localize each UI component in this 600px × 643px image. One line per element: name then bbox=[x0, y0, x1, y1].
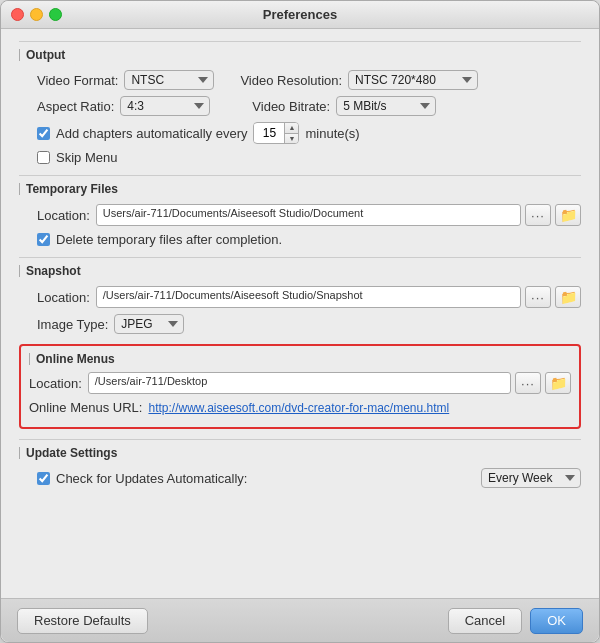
online-menus-folder-button[interactable]: 📁 bbox=[545, 372, 571, 394]
video-format-row: Video Format: NTSC PAL Video Resolution:… bbox=[19, 70, 581, 90]
skip-menu-checkbox[interactable] bbox=[37, 151, 50, 164]
ok-button[interactable]: OK bbox=[530, 608, 583, 634]
snapshot-location-label: Location: bbox=[37, 290, 90, 305]
skip-menu-row: Skip Menu bbox=[19, 150, 581, 165]
temp-location-row: Location: Users/air-711/Documents/Aisees… bbox=[19, 204, 581, 226]
temporary-files-section: Temporary Files Location: Users/air-711/… bbox=[19, 175, 581, 247]
output-section: Output Video Format: NTSC PAL Video Reso… bbox=[19, 41, 581, 165]
check-updates-checkbox[interactable] bbox=[37, 472, 50, 485]
video-resolution-label: Video Resolution: bbox=[240, 73, 342, 88]
video-format-label: Video Format: bbox=[37, 73, 118, 88]
online-menus-url-link[interactable]: http://www.aiseesoft.com/dvd-creator-for… bbox=[148, 401, 449, 415]
temp-dots-button[interactable]: ··· bbox=[525, 204, 551, 226]
online-menus-url-label: Online Menus URL: bbox=[29, 400, 142, 415]
update-frequency-select[interactable]: Every Week Every Day Every Month bbox=[481, 468, 581, 488]
window-title: Preferences bbox=[263, 7, 337, 22]
title-bar: Preferences bbox=[1, 1, 599, 29]
auto-chapters-label: Add chapters automatically every bbox=[56, 126, 247, 141]
update-divider bbox=[19, 439, 581, 440]
delete-temp-row: Delete temporary files after completion. bbox=[19, 232, 581, 247]
preferences-window: Preferences Output Video Format: NTSC PA… bbox=[0, 0, 600, 643]
update-settings-section: Update Settings Check for Updates Automa… bbox=[19, 439, 581, 488]
chapters-down-button[interactable]: ▼ bbox=[285, 134, 298, 145]
temp-location-input[interactable]: Users/air-711/Documents/Aiseesoft Studio… bbox=[96, 204, 521, 226]
chapters-value-input[interactable]: 15 bbox=[254, 124, 284, 142]
video-bitrate-label: Video Bitrate: bbox=[252, 99, 330, 114]
chapters-up-button[interactable]: ▲ bbox=[285, 122, 298, 134]
footer-right: Cancel OK bbox=[448, 608, 583, 634]
image-type-label: Image Type: bbox=[37, 317, 108, 332]
skip-menu-label: Skip Menu bbox=[56, 150, 117, 165]
preferences-content: Output Video Format: NTSC PAL Video Reso… bbox=[1, 29, 599, 598]
minimize-button[interactable] bbox=[30, 8, 43, 21]
snapshot-location-input[interactable]: /Users/air-711/Documents/Aiseesoft Studi… bbox=[96, 286, 521, 308]
online-menus-url-row: Online Menus URL: http://www.aiseesoft.c… bbox=[29, 400, 571, 415]
auto-chapters-row: Add chapters automatically every 15 ▲ ▼ … bbox=[19, 122, 581, 144]
check-updates-row: Check for Updates Automatically: Every W… bbox=[19, 468, 581, 488]
maximize-button[interactable] bbox=[49, 8, 62, 21]
update-settings-title: Update Settings bbox=[19, 446, 581, 460]
window-controls bbox=[11, 8, 62, 21]
footer-left: Restore Defaults bbox=[17, 608, 448, 634]
check-updates-label: Check for Updates Automatically: bbox=[56, 471, 247, 486]
snapshot-title: Snapshot bbox=[19, 264, 581, 278]
aspect-ratio-label: Aspect Ratio: bbox=[37, 99, 114, 114]
delete-temp-checkbox[interactable] bbox=[37, 233, 50, 246]
video-format-select[interactable]: NTSC PAL bbox=[124, 70, 214, 90]
online-menus-location-label: Location: bbox=[29, 376, 82, 391]
cancel-button[interactable]: Cancel bbox=[448, 608, 522, 634]
online-menus-title: Online Menus bbox=[29, 352, 571, 366]
output-divider bbox=[19, 41, 581, 42]
footer: Restore Defaults Cancel OK bbox=[1, 598, 599, 642]
image-type-row: Image Type: JPEG PNG BMP bbox=[19, 314, 581, 334]
image-type-select[interactable]: JPEG PNG BMP bbox=[114, 314, 184, 334]
snapshot-divider bbox=[19, 257, 581, 258]
temp-location-label: Location: bbox=[37, 208, 90, 223]
online-menus-dots-button[interactable]: ··· bbox=[515, 372, 541, 394]
close-button[interactable] bbox=[11, 8, 24, 21]
video-resolution-select[interactable]: NTSC 720*480 NTSC 1280*720 bbox=[348, 70, 478, 90]
output-title: Output bbox=[19, 48, 581, 62]
aspect-ratio-select[interactable]: 4:3 16:9 bbox=[120, 96, 210, 116]
aspect-ratio-row: Aspect Ratio: 4:3 16:9 Video Bitrate: 5 … bbox=[19, 96, 581, 116]
chapters-stepper: ▲ ▼ bbox=[284, 122, 298, 144]
temp-folder-button[interactable]: 📁 bbox=[555, 204, 581, 226]
auto-chapters-suffix: minute(s) bbox=[305, 126, 359, 141]
snapshot-location-row: Location: /Users/air-711/Documents/Aisee… bbox=[19, 286, 581, 308]
snapshot-dots-button[interactable]: ··· bbox=[525, 286, 551, 308]
online-menus-location-input[interactable]: /Users/air-711/Desktop bbox=[88, 372, 511, 394]
temp-files-title: Temporary Files bbox=[19, 182, 581, 196]
temp-divider bbox=[19, 175, 581, 176]
restore-defaults-button[interactable]: Restore Defaults bbox=[17, 608, 148, 634]
snapshot-section: Snapshot Location: /Users/air-711/Docume… bbox=[19, 257, 581, 334]
delete-temp-label: Delete temporary files after completion. bbox=[56, 232, 282, 247]
video-bitrate-select[interactable]: 5 MBit/s 8 MBit/s bbox=[336, 96, 436, 116]
chapters-number-input[interactable]: 15 ▲ ▼ bbox=[253, 122, 299, 144]
auto-chapters-checkbox[interactable] bbox=[37, 127, 50, 140]
snapshot-folder-button[interactable]: 📁 bbox=[555, 286, 581, 308]
online-menus-location-row: Location: /Users/air-711/Desktop ··· 📁 bbox=[29, 372, 571, 394]
online-menus-section: Online Menus Location: /Users/air-711/De… bbox=[19, 344, 581, 429]
